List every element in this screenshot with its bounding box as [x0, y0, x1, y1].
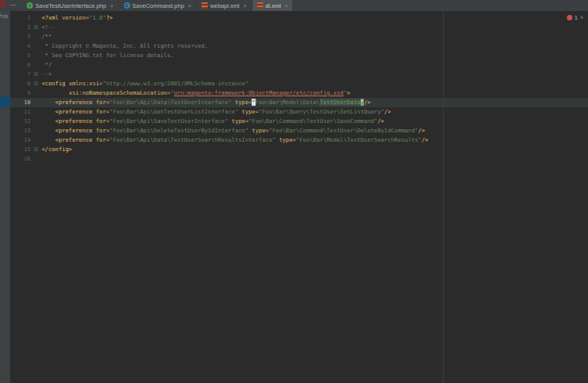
window-control-red	[0, 1, 5, 7]
close-tab-icon[interactable]: ×	[285, 3, 288, 9]
line-number-2: 2	[10, 23, 31, 32]
fold-marker-icon[interactable]: ⊟	[31, 70, 42, 79]
tab-label: di.xml	[266, 2, 281, 9]
project-tool-stripe[interactable]: Project	[0, 11, 10, 383]
code-line-9: xsi:noNamespaceSchemaLocation="urn:magen…	[42, 89, 588, 98]
fold-spacer	[31, 107, 42, 117]
line-number-1: 1	[10, 13, 31, 23]
code-line-1: <?xml version="1.0"?>	[42, 13, 588, 23]
code-editor[interactable]: <?xml version="1.0"?><!--/** * Copyright…	[42, 11, 588, 383]
code-line-14: <preference for="Foo\Bar\Api\Data\TestUs…	[42, 135, 588, 145]
line-number-16: 16	[10, 154, 31, 164]
fold-spacer	[31, 154, 42, 164]
fold-spacer	[31, 98, 42, 107]
close-tab-icon[interactable]: ×	[243, 3, 246, 9]
tab-label: SaveCommand.php	[132, 2, 184, 9]
fold-spacer	[31, 117, 42, 126]
code-line-13: <preference for="Foo\Bar\Api\DeleteTestU…	[42, 126, 588, 135]
tab-webapi.xml[interactable]: webapi.xml×	[197, 0, 252, 11]
error-count: 1	[575, 14, 578, 21]
code-line-4: * Copyright © Magento, Inc. All rights r…	[42, 42, 588, 51]
line-number-9: 9	[10, 89, 31, 98]
fold-spacer	[31, 51, 42, 60]
line-number-3: 3	[10, 32, 31, 42]
code-line-8: <config xmlns:xsi="http://www.w3.org/200…	[42, 79, 588, 89]
tab-di.xml[interactable]: di.xml×	[252, 0, 294, 11]
code-line-12: <preference for="Foo\Bar\Api\SaveTestUse…	[42, 117, 588, 126]
code-line-5: * See COPYING.txt for license details.	[42, 51, 588, 60]
line-number-12: 12	[10, 117, 31, 126]
line-number-14: 14	[10, 135, 31, 145]
line-number-13: 13	[10, 126, 31, 135]
tab-label: webapi.xml	[210, 2, 240, 9]
fold-spacer	[31, 126, 42, 135]
code-line-16	[42, 154, 588, 164]
error-indicator-icon	[567, 15, 572, 20]
xml-file-icon	[201, 2, 208, 9]
fold-spacer	[31, 42, 42, 51]
code-line-7: -->	[42, 70, 588, 79]
tab-bar-tabs: ISaveTestUserInterface.php×CSaveCommand.…	[22, 0, 293, 11]
fold-spacer	[31, 13, 42, 23]
fold-spacer	[31, 89, 42, 98]
fold-spacer	[31, 32, 42, 42]
chevron-up-icon[interactable]: ˄	[580, 15, 583, 20]
xml-file-icon	[257, 2, 263, 9]
editor-tab-bar: — ISaveTestUserInterface.php×CSaveComman…	[0, 0, 588, 12]
close-tab-icon[interactable]: ×	[110, 3, 113, 9]
line-number-15: 15	[10, 145, 31, 154]
fold-marker-icon[interactable]: ⊟	[31, 23, 42, 32]
fold-spacer	[31, 60, 42, 70]
project-tool-label[interactable]: Project	[0, 13, 8, 19]
php-interface-icon: I	[27, 2, 33, 9]
code-line-15: </config>	[42, 145, 588, 154]
window-dash-icon: —	[9, 0, 16, 11]
inspection-widget[interactable]: 1 ˄	[567, 14, 583, 21]
line-number-7: 7	[10, 70, 31, 79]
line-number-5: 5	[10, 51, 31, 60]
fold-spacer	[31, 135, 42, 145]
code-line-2: <!--	[42, 23, 588, 32]
code-line-3: /**	[42, 32, 588, 42]
line-number-4: 4	[10, 42, 31, 51]
editor-gutter[interactable]: 12345678910111213141516	[10, 11, 31, 383]
code-line-10: <preference for="Foo\Bar\Api\Data\TestUs…	[42, 98, 588, 107]
ide-window: — ISaveTestUserInterface.php×CSaveComman…	[0, 0, 588, 383]
tab-SaveTestUserInterface.php[interactable]: ISaveTestUserInterface.php×	[22, 0, 119, 11]
close-tab-icon[interactable]: ×	[188, 3, 191, 9]
line-number-10: 10	[10, 98, 31, 107]
editor-main: Project 12345678910111213141516 ⊟⊟⊟⊟ <?x…	[0, 11, 588, 383]
line-number-11: 11	[10, 107, 31, 117]
tab-SaveCommand.php[interactable]: CSaveCommand.php×	[119, 0, 197, 11]
code-line-11: <preference for="Foo\Bar\Api\GetTestUser…	[42, 107, 588, 117]
fold-marker-icon[interactable]: ⊟	[31, 79, 42, 89]
tab-label: SaveTestUserInterface.php	[35, 2, 106, 9]
fold-column[interactable]: ⊟⊟⊟⊟	[31, 11, 42, 383]
line-number-6: 6	[10, 60, 31, 70]
code-line-6: */	[42, 60, 588, 70]
php-class-icon: C	[124, 2, 130, 9]
fold-marker-icon[interactable]: ⊟	[31, 145, 42, 154]
line-number-8: 8	[10, 79, 31, 89]
project-tree-selected-row[interactable]	[0, 96, 10, 107]
